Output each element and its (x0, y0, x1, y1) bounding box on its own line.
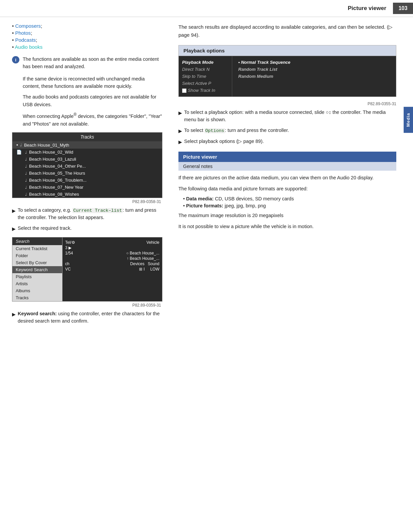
track-item-folder: 📄 ♩ Beach House_02_Wild (12, 149, 162, 156)
arrow-item-2: ▶ Select the required track. (12, 225, 162, 232)
left-column: Composers; Photos; Podcasts; Audio books… (0, 17, 170, 334)
search-right-panel: Tel/⚙ Vehicle 3 ▶ 1/54 ○ Beach House_...… (62, 237, 162, 301)
search-item-albums: Albums (12, 287, 62, 294)
picture-viewer-section: Picture viewer General notes If there ar… (178, 152, 396, 231)
info-icon: i (12, 56, 19, 63)
playback-arrow-1: ▶ To select a playback option: with a me… (178, 109, 396, 124)
picture-body-3: The maximum image resolution is 20 megap… (178, 212, 396, 219)
search-row-1: Tel/⚙ Vehicle (65, 240, 159, 245)
picture-body-1: If there are pictures on the active data… (178, 174, 396, 182)
keyword-arrow-item: ▶ Keyword search: using the controller, … (12, 310, 162, 325)
composers-link[interactable]: Composers (15, 23, 41, 29)
picture-body-4: It is not possible to view a picture whi… (178, 223, 396, 230)
search-item-playlists: Playlists (12, 273, 62, 280)
track-item-8: ♩ Beach House_08_Wishes (12, 191, 162, 198)
arrow-icon-1: ▶ (12, 207, 16, 214)
playback-section: Playback options Playback Mode Direct Tr… (178, 45, 396, 146)
track-item-5: ♩ Beach House_05_The Hours (12, 170, 162, 177)
search-row-5: ch Devices Sound (65, 261, 159, 266)
picture-viewer-header: Picture viewer (178, 152, 396, 162)
pb-option-random-medium: Random Medium (236, 73, 392, 80)
playback-arrow-3: ▶ Select playback options (▷ page 89). (178, 138, 396, 146)
tracks-screenshot: Tracks • ♩ Beach House_01_Myth 📄 ♩ Beach… (12, 132, 162, 198)
current-tracklist-link[interactable]: Current Track–list (73, 208, 123, 213)
search-item-cover: Select By Cover (12, 259, 62, 266)
picture-body-2: The following data media and picture for… (178, 185, 396, 193)
category-list: Composers; Photos; Podcasts; Audio books (12, 23, 162, 50)
playback-caption: P82.89-0355-31 (178, 102, 396, 106)
arrow-item-1: ▶ To select a category, e.g. Current Tra… (12, 207, 162, 221)
search-screenshot: Search Current Tracklist Folder Select B… (12, 237, 162, 302)
search-item-keyword: Keyword Search (12, 266, 62, 273)
pb-item-select-active: Select Active P (179, 80, 232, 87)
search-item-current: Current Tracklist (12, 245, 62, 252)
note-icon-4: ♩ (25, 164, 27, 169)
info-para1: If the same device is reconnected with u… (23, 75, 162, 90)
list-item-composers[interactable]: Composers; (12, 23, 162, 29)
info-para2: The audio books and podcasts categories … (23, 93, 162, 108)
search-row-6: VC ⊞ I LOW (65, 267, 159, 272)
pb-item-playback-mode: Playback Mode (179, 59, 232, 66)
arrow-icon-2: ▶ (12, 225, 16, 232)
playback-right-panel: Normal Track Sequence Random Track List … (232, 56, 396, 97)
search-left-panel: Search Current Tracklist Folder Select B… (12, 237, 62, 301)
picture-formats-label: Picture formats: (186, 203, 223, 208)
list-item-photos[interactable]: Photos; (12, 30, 162, 36)
page-header: Picture viewer 103 (0, 0, 413, 17)
playback-screenshot: Playback Mode Direct Track N Skip to Tim… (178, 56, 396, 97)
page-number: 103 (393, 3, 413, 14)
search-item-folder: Folder (12, 252, 62, 259)
podcasts-link[interactable]: Podcasts (15, 37, 36, 43)
keyword-label: Keyword search: (18, 311, 57, 316)
note-icon-6: ♩ (25, 178, 27, 183)
tracks-caption: P82.89-0358-31 (12, 199, 162, 204)
note-icon: ♩ (20, 143, 22, 147)
track-item-7: ♩ Beach House_07_New Year (12, 184, 162, 191)
list-item-audiobooks[interactable]: Audio books (12, 44, 162, 50)
support-item-picture-formats: Picture formats: jpeg, jpg, bmp, png (183, 203, 396, 208)
checkbox-icon (182, 88, 186, 93)
pb-item-skip-time: Skip to Time (179, 73, 232, 80)
search-caption: P82.89-0359-31 (12, 303, 162, 308)
note-icon-2: ♩ (25, 150, 27, 155)
info-para3: When connecting Apple® devices, the cate… (23, 112, 162, 128)
pb-item-show-track: Show Track In (179, 87, 232, 94)
playback-left-panel: Playback Mode Direct Track N Skip to Tim… (179, 56, 232, 97)
data-media-label: Data media: (186, 196, 214, 201)
playback-arrow-icon-3: ▶ (178, 139, 182, 146)
pb-option-random-track: Random Track List (236, 66, 392, 73)
photos-link[interactable]: Photos (15, 30, 31, 36)
note-icon-3: ♩ (25, 157, 27, 162)
search-item-tracks: Tracks (12, 294, 62, 301)
info-text: The functions are available as soon as t… (23, 56, 162, 70)
search-row-2: 3 ▶ (65, 245, 159, 250)
track-item-4: ♩ Beach House_04_Other Pe... (12, 163, 162, 170)
track-item-1: • ♩ Beach House_01_Myth (12, 141, 162, 149)
options-link[interactable]: Options (204, 128, 225, 133)
folder-icon: 📄 (16, 150, 23, 155)
note-icon-5: ♩ (25, 171, 27, 176)
search-item-artists: Artists (12, 280, 62, 287)
bullet-icon: • (16, 142, 18, 148)
playback-arrow-icon-2: ▶ (178, 128, 182, 135)
list-item-podcasts[interactable]: Podcasts; (12, 37, 162, 43)
pb-item-direct-track: Direct Track N (179, 66, 232, 73)
search-row-4: ↑ Beach House_... (65, 256, 159, 261)
media-tab: Media (404, 107, 413, 133)
tracks-screenshot-title: Tracks (12, 133, 162, 141)
search-header: Search (12, 237, 62, 245)
audiobooks-link[interactable]: Audio books (15, 44, 43, 50)
track-item-6: ♩ Beach House_06_Troublem... (12, 177, 162, 184)
search-row-3: 1/54 ○ Beach House_... (65, 251, 159, 255)
playback-options-header: Playback options (178, 45, 396, 56)
note-icon-8: ♩ (25, 192, 27, 197)
general-notes-header: General notes (178, 162, 396, 171)
pb-option-normal: Normal Track Sequence (236, 59, 392, 66)
playback-arrow-icon-1: ▶ (178, 110, 182, 117)
arrow-icon-3: ▶ (12, 311, 16, 318)
support-item-data-media: Data media: CD, USB devices, SD memory c… (183, 196, 396, 201)
main-content: Composers; Photos; Podcasts; Audio books… (0, 17, 413, 334)
support-list: Data media: CD, USB devices, SD memory c… (183, 196, 396, 208)
playback-arrow-2: ▶ To select Options: turn and press the … (178, 127, 396, 135)
info-block: i The functions are available as soon as… (12, 56, 162, 70)
